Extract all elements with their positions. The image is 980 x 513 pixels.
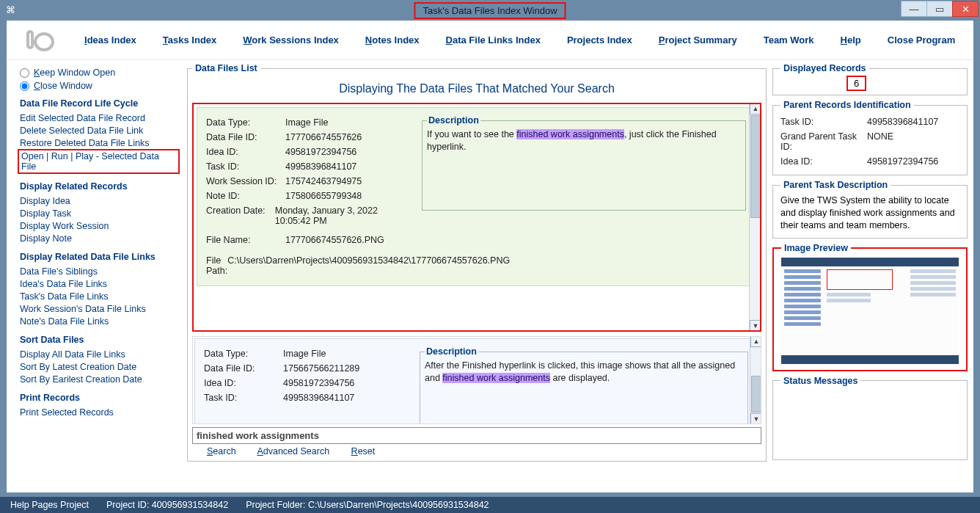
desc-legend: Description bbox=[427, 115, 480, 125]
scroll-down-icon[interactable]: ▼ bbox=[750, 320, 761, 332]
heading-lifecycle: Data File Record Life Cycle bbox=[20, 98, 180, 109]
label-note-id: Note ID: bbox=[206, 191, 285, 201]
list-heading: Displaying The Data Files That Matched Y… bbox=[192, 78, 761, 103]
record-card[interactable]: Data Type:Image File Data File ID:175667… bbox=[194, 338, 759, 424]
nav-notes-index[interactable]: Notes Index bbox=[365, 34, 420, 46]
records2-scrollbar[interactable]: ▲ ▼ bbox=[750, 336, 761, 424]
minimize-button[interactable]: — bbox=[901, 1, 927, 17]
maximize-button[interactable]: ▭ bbox=[926, 1, 953, 17]
advanced-search-button[interactable]: Advanced Search bbox=[257, 446, 329, 456]
svg-point-0 bbox=[35, 34, 53, 50]
link-siblings[interactable]: Data File's Siblings bbox=[20, 265, 180, 277]
nav-tasks-index[interactable]: Tasks Index bbox=[163, 34, 216, 46]
link-display-idea[interactable]: Display Idea bbox=[20, 194, 180, 207]
displayed-records-box: Displayed Records 6 bbox=[772, 63, 968, 95]
parent-ids-box: Parent Records Identification Task ID:49… bbox=[772, 100, 968, 175]
sidebar: Keep Window Open Close Window Data File … bbox=[7, 60, 184, 492]
keep-window-open-radio[interactable] bbox=[20, 68, 29, 78]
records-list: Data Type:Image File Data File ID:177706… bbox=[192, 103, 761, 332]
link-print-selected[interactable]: Print Selected Records bbox=[20, 406, 180, 418]
link-display-work-session[interactable]: Display Work Session bbox=[20, 219, 180, 232]
value-ws-id: 175742463794975 bbox=[285, 176, 362, 186]
close-window-radio[interactable] bbox=[20, 81, 29, 91]
search-button[interactable]: Search bbox=[207, 446, 236, 456]
window-title: Task's Data Files Index Window bbox=[414, 2, 566, 19]
label-file-name: File Name: bbox=[206, 235, 285, 245]
label-task-id: Task ID: bbox=[206, 161, 285, 172]
label-creation: Creation Date: bbox=[206, 205, 275, 226]
nav-work-sessions-index[interactable]: Work Sessions Index bbox=[243, 34, 339, 46]
image-preview bbox=[781, 258, 959, 364]
link-display-task[interactable]: Display Task bbox=[20, 207, 180, 219]
parent-desc-legend: Parent Task Description bbox=[780, 180, 891, 190]
nav-close-program[interactable]: Close Program bbox=[888, 34, 955, 46]
image-preview-box: Image Preview bbox=[772, 243, 968, 371]
status-messages-legend: Status Messages bbox=[780, 376, 860, 386]
nav-projects-index[interactable]: Projects Index bbox=[567, 34, 632, 46]
link-sort-latest[interactable]: Sort By Latest Creation Date bbox=[20, 360, 180, 373]
link-display-note[interactable]: Display Note bbox=[20, 232, 180, 244]
heading-sort: Sort Data Files bbox=[20, 335, 180, 345]
records-scrollbar[interactable]: ▲ ▼ bbox=[749, 103, 761, 332]
scroll-up-icon[interactable]: ▲ bbox=[750, 336, 761, 347]
label-idea-id: Idea ID: bbox=[206, 147, 285, 157]
data-files-list-legend: Data Files List bbox=[192, 63, 260, 73]
status-project-folder: Project Folder: C:\Users\Darren\Projects… bbox=[246, 500, 489, 510]
status-project-id: Project ID: 400956931534842 bbox=[106, 500, 228, 510]
label-ws-id: Work Session ID: bbox=[206, 176, 285, 186]
value-task-id: 49958396841107 bbox=[285, 161, 356, 172]
scroll-down-icon[interactable]: ▼ bbox=[750, 413, 761, 424]
parent-idea-id: 49581972394756 bbox=[867, 156, 938, 167]
nav-data-file-links-index[interactable]: Data File Links Index bbox=[446, 34, 541, 46]
link-edit-selected[interactable]: Edit Selected Data File Record bbox=[20, 112, 180, 124]
label-file-path: File Path: bbox=[206, 255, 227, 276]
keep-window-open-label: Keep Window Open bbox=[34, 68, 115, 78]
top-nav: Ideas Index Tasks Index Work Sessions In… bbox=[7, 21, 973, 60]
parent-task-id: 49958396841107 bbox=[867, 117, 938, 127]
link-delete-selected[interactable]: Delete Selected Data File Link bbox=[20, 124, 180, 137]
search-highlight: finished work assignments bbox=[516, 129, 624, 139]
link-display-all[interactable]: Display All Data File Links bbox=[20, 348, 180, 360]
heading-related-dfl: Display Related Data File Links bbox=[20, 252, 180, 262]
link-restore-deleted[interactable]: Restore Deleted Data File Links bbox=[20, 137, 180, 149]
nav-ideas-index[interactable]: Ideas Index bbox=[84, 34, 136, 46]
nav-help[interactable]: Help bbox=[841, 34, 861, 46]
records-list-continued: Data Type:Image File Data File ID:175667… bbox=[192, 336, 761, 424]
heading-print: Print Records bbox=[20, 393, 180, 403]
link-note-dfl[interactable]: Note's Data File Links bbox=[20, 315, 180, 327]
displayed-records-value: 6 bbox=[846, 76, 866, 91]
nav-team-work[interactable]: Team Work bbox=[764, 34, 814, 46]
parent-desc-box: Parent Task Description Give the TWS Sys… bbox=[772, 180, 968, 239]
search-highlight: finished work assignments bbox=[442, 373, 550, 383]
close-button[interactable]: ✕ bbox=[952, 1, 979, 17]
close-window-label: Close Window bbox=[34, 81, 92, 91]
status-messages-box: Status Messages bbox=[772, 376, 968, 460]
reset-button[interactable]: Reset bbox=[351, 446, 376, 456]
grand-parent-task-id: NONE bbox=[867, 131, 893, 152]
value-idea-id: 49581972394756 bbox=[285, 147, 356, 157]
status-messages-area bbox=[780, 390, 959, 454]
heading-related-records: Display Related Records bbox=[20, 181, 180, 192]
parent-ids-legend: Parent Records Identification bbox=[780, 100, 914, 110]
link-sort-earliest[interactable]: Sort By Earilest Creation Date bbox=[20, 373, 180, 385]
app-icon: ⌘ bbox=[6, 4, 19, 16]
link-task-dfl[interactable]: Task's Data File Links bbox=[20, 290, 180, 302]
scroll-thumb[interactable] bbox=[751, 376, 761, 412]
scroll-up-icon[interactable]: ▲ bbox=[750, 103, 761, 114]
displayed-records-legend: Displayed Records bbox=[780, 63, 869, 73]
right-panel: Displayed Records 6 Parent Records Ident… bbox=[769, 60, 973, 492]
search-input[interactable] bbox=[192, 427, 761, 444]
titlebar: ⌘ Task's Data Files Index Window — ▭ ✕ bbox=[0, 0, 980, 21]
value-dfid: 177706674557626 bbox=[285, 132, 362, 142]
scroll-thumb[interactable] bbox=[750, 115, 761, 218]
nav-project-summary[interactable]: Project Summary bbox=[659, 34, 737, 46]
status-bar: Help Pages Project Project ID: 400956931… bbox=[0, 497, 980, 513]
value-data-type: Image File bbox=[285, 117, 328, 128]
app-logo-icon bbox=[21, 28, 58, 53]
link-open-run-play[interactable]: Open | Run | Play - Selected Data File bbox=[18, 149, 180, 174]
status-help-project: Help Pages Project bbox=[10, 500, 89, 510]
link-idea-dfl[interactable]: Idea's Data File Links bbox=[20, 277, 180, 290]
record-card[interactable]: Data Type:Image File Data File ID:177706… bbox=[197, 107, 757, 286]
link-ws-dfl[interactable]: Work Session's Data File Links bbox=[20, 302, 180, 315]
value-note-id: 175806655799348 bbox=[285, 191, 362, 201]
